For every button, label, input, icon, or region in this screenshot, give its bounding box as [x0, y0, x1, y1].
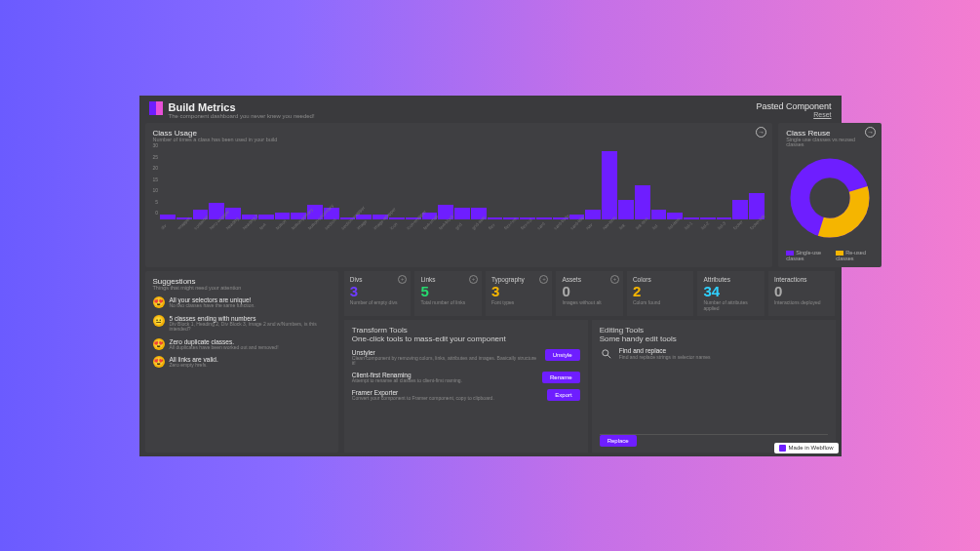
panel-title: Transform Tools: [352, 326, 580, 335]
expand-arrow-icon[interactable]: →: [756, 127, 766, 138]
metric-value: 34: [703, 283, 759, 299]
reset-link[interactable]: Reset: [756, 111, 831, 118]
metric-card: Colors2Colors found: [627, 271, 694, 316]
app-subtitle: The component dashboard you never knew y…: [169, 113, 315, 119]
panel-subtitle: Single use classes vs reused classes: [786, 138, 874, 148]
expand-arrow-icon[interactable]: →: [865, 127, 876, 138]
made-in-webflow-badge[interactable]: Made in Webflow: [774, 443, 839, 453]
metric-desc: Font types: [491, 299, 547, 305]
chart-bar: [602, 151, 617, 219]
metric-title: Interactions: [774, 276, 830, 283]
metric-value: 0: [562, 283, 617, 299]
suggestion-item[interactable]: 😍All your selectors are unique!No two cl…: [153, 296, 331, 309]
chart-x-labels: divwrappercontainerhero-wrapperheadinghe…: [160, 221, 764, 232]
panel-subtitle: Some handy edit tools: [600, 335, 828, 343]
metric-card: Divs+3Number of empty divs: [344, 271, 412, 316]
emoji-icon: 😍: [153, 338, 165, 350]
chart-y-axis: 302520151050: [153, 142, 159, 216]
tool-desc: Convert your component to Framer compone…: [352, 396, 494, 401]
metric-title: Divs: [350, 276, 406, 283]
find-replace-input[interactable]: [600, 364, 828, 432]
suggestions-panel: Suggestions Things that might need your …: [145, 271, 338, 453]
metric-desc: Number of attributes applied: [703, 299, 759, 311]
header: Build Metrics The component dashboard yo…: [139, 96, 842, 123]
transform-item: Client-first RenamingAttempt to rename a…: [352, 372, 580, 383]
chart-bar: [635, 185, 650, 219]
svg-line-3: [608, 355, 610, 358]
suggestion-item[interactable]: 😍Zero duplicate classes.All duplicates h…: [153, 338, 331, 351]
export-button[interactable]: Export: [547, 389, 579, 401]
suggestion-desc: Div Block 1, Heading 2, Div Block 3, Ima…: [170, 322, 331, 333]
metric-title: Colors: [633, 276, 688, 283]
metrics-row: Divs+3Number of empty divsLinks+5Total n…: [344, 271, 836, 316]
expand-plus-icon[interactable]: +: [469, 275, 478, 284]
metric-card: Interactions0Interactions deployed: [768, 271, 836, 316]
app-logo: [149, 101, 163, 115]
metric-card: Links+5Total number of links: [414, 271, 482, 316]
metric-desc: Number of empty divs: [350, 299, 406, 305]
unstyle-button[interactable]: Unstyle: [545, 349, 580, 361]
metric-value: 5: [420, 283, 476, 299]
panel-subtitle: One-click tools to mass-edit your compon…: [352, 335, 580, 343]
metric-desc: Interactions deployed: [774, 299, 830, 305]
suggestion-desc: No two classes have the same function.: [170, 303, 255, 309]
suggestion-desc: Zero empty hrefs.: [170, 363, 218, 369]
app-title: Build Metrics: [169, 101, 315, 113]
class-reuse-panel: Class Reuse Single use classes vs reused…: [778, 123, 882, 267]
metric-desc: Images without alt: [562, 299, 617, 305]
class-usage-panel: Class Usage Number of times a class has …: [145, 123, 773, 267]
tool-desc: Clean component by removing colors, link…: [352, 356, 539, 366]
badge-label: Made in Webflow: [789, 445, 834, 451]
class-reuse-donut: [786, 154, 874, 244]
expand-plus-icon[interactable]: +: [610, 275, 619, 284]
donut-legend: Single-use classes Re-used classes: [786, 250, 874, 261]
metric-card: Assets+0Images without alt: [556, 271, 623, 316]
emoji-icon: 😍: [153, 296, 165, 308]
suggestion-item[interactable]: 😍All links are valid.Zero empty hrefs.: [153, 356, 331, 369]
suggestion-desc: All duplicates have been worked out and …: [170, 345, 279, 351]
chart-bar: [618, 200, 634, 219]
rename-button[interactable]: Rename: [542, 372, 580, 383]
tool-desc: Attempt to rename all classes to client-…: [352, 378, 462, 383]
emoji-icon: 😍: [153, 356, 165, 368]
metric-title: Links: [420, 276, 476, 283]
metric-card: Attributes34Number of attributes applied: [697, 271, 764, 316]
webflow-icon: [779, 445, 786, 452]
metric-value: 3: [491, 283, 547, 299]
panel-title: Editing Tools: [600, 326, 828, 335]
replace-button[interactable]: Replace: [600, 435, 637, 447]
panel-subtitle: Things that might need your attention: [153, 286, 331, 292]
metric-title: Attributes: [703, 276, 759, 283]
expand-plus-icon[interactable]: +: [398, 275, 407, 284]
component-name: Pasted Component: [756, 101, 831, 111]
svg-point-2: [602, 349, 608, 355]
transform-item: Framer ExporterConvert your component to…: [352, 389, 580, 401]
metric-value: 2: [633, 283, 688, 299]
transform-item: UnstylerClean component by removing colo…: [352, 349, 580, 366]
search-icon: [600, 347, 613, 361]
editing-tools-panel: Editing Tools Some handy edit tools Find…: [592, 320, 836, 453]
app-window: Build Metrics The component dashboard yo…: [139, 96, 842, 456]
transform-tools-panel: Transform Tools One-click tools to mass-…: [344, 320, 588, 453]
find-replace-sub: Find and replace strings in selector nam…: [619, 354, 828, 360]
metric-desc: Total number of links: [420, 299, 476, 305]
metric-card: Typography+3Font types: [486, 271, 553, 316]
metric-desc: Colors found: [633, 299, 688, 305]
metric-value: 3: [350, 283, 406, 299]
metric-title: Typography: [491, 276, 547, 283]
emoji-icon: 😐: [153, 315, 165, 327]
class-usage-chart: [160, 146, 764, 219]
suggestion-item[interactable]: 😐5 classes ending with numbersDiv Block …: [153, 315, 331, 333]
metric-title: Assets: [562, 276, 617, 283]
find-replace-title: Find and replace: [619, 347, 828, 354]
expand-plus-icon[interactable]: +: [539, 275, 548, 284]
chart-bar: [732, 200, 748, 219]
metric-value: 0: [774, 283, 830, 299]
